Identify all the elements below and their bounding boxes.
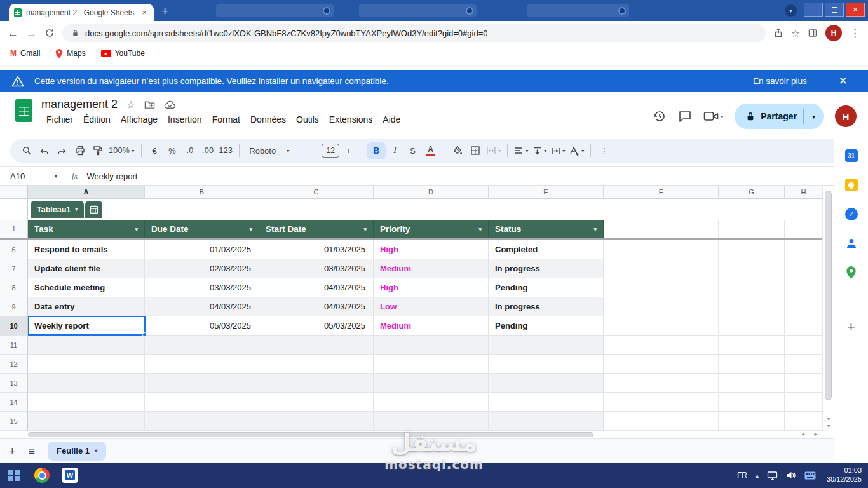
cell[interactable] [719,336,785,355]
scroll-left-icon[interactable]: ◂ [801,431,804,437]
cell[interactable] [374,393,489,412]
more-toolbar-icon[interactable]: ⋮ [595,142,613,159]
bookmark-star-icon[interactable]: ☆ [791,27,800,39]
currency-format-button[interactable]: € [146,142,163,159]
cell[interactable] [374,374,489,393]
cell[interactable] [604,412,719,431]
increase-font-size-button[interactable]: + [340,142,357,159]
cell-task[interactable]: Update client file [28,259,145,278]
start-button[interactable] [0,463,28,488]
cell[interactable] [145,355,259,374]
bookmark-youtube[interactable]: ▸ YouTube [101,49,145,58]
header-cell-status[interactable]: Status▾ [489,220,604,238]
side-panel-icon[interactable] [808,28,818,38]
cell[interactable] [259,374,374,393]
table-options-icon[interactable] [85,201,102,218]
cell[interactable] [374,412,489,431]
tab-close-icon[interactable]: × [140,8,149,17]
maps-icon[interactable] [844,266,858,280]
row-number-7[interactable]: 7 [0,259,28,278]
fill-color-icon[interactable] [449,142,466,159]
header-cell-priority[interactable]: Priority▾ [374,220,489,238]
row-number-15[interactable]: 15 [0,412,28,431]
cell[interactable] [489,355,604,374]
menu-fichier[interactable]: Fichier [41,113,78,126]
search-menus-icon[interactable] [18,142,35,159]
cell[interactable] [785,278,822,297]
cell[interactable] [719,240,785,259]
cell-due-date[interactable]: 05/03/2025 [145,316,259,336]
formula-input[interactable]: Weekly report [86,172,137,181]
cell[interactable] [604,278,719,297]
menu-donnees[interactable]: Données [245,113,291,126]
cell[interactable] [259,393,374,412]
paint-format-icon[interactable] [89,142,106,159]
cell[interactable] [719,278,785,297]
horizontal-scrollbar[interactable]: ◂ ▸ [0,431,834,438]
forward-icon[interactable]: → [26,28,37,39]
cell[interactable] [604,259,719,278]
cell[interactable] [719,297,785,316]
cell-status[interactable]: Pending [489,278,604,297]
bookmark-maps[interactable]: Maps [55,49,85,58]
volume-icon[interactable] [786,471,796,480]
cell-priority[interactable]: High [374,240,489,259]
minimize-button[interactable]: – [804,3,823,17]
menu-edition[interactable]: Édition [78,113,116,126]
vertical-scrollbar-thumb[interactable] [825,191,832,400]
cell-priority[interactable]: Medium [374,316,489,336]
cell-priority[interactable]: Low [374,297,489,316]
cell[interactable] [489,336,604,355]
cell[interactable] [259,336,374,355]
scroll-down-icon[interactable]: ▾ [823,423,834,429]
scroll-down-icon[interactable]: ▾ [823,416,834,422]
horizontal-scrollbar-thumb[interactable] [28,432,593,437]
column-header-g[interactable]: G [719,186,785,198]
banner-learn-more-link[interactable]: En savoir plus [753,76,807,86]
filter-chevron-icon[interactable]: ▾ [249,226,252,233]
header-cell-start-date[interactable]: Start Date▾ [259,220,374,238]
browser-profile-avatar[interactable]: H [825,25,842,41]
filter-chevron-icon[interactable]: ▾ [478,226,482,233]
cell[interactable] [374,355,489,374]
row-number-11[interactable]: 11 [0,336,28,355]
cell[interactable] [785,220,822,238]
vertical-align-icon[interactable]: ▾ [531,142,548,159]
select-all-corner[interactable] [0,186,28,198]
filter-chevron-icon[interactable]: ▾ [363,226,367,233]
cell[interactable] [719,355,785,374]
cell[interactable] [489,393,604,412]
cell[interactable] [28,374,145,393]
cell-start-date[interactable]: 04/03/2025 [259,278,374,297]
cell[interactable] [785,316,822,336]
version-history-icon[interactable] [653,109,667,123]
cell[interactable] [28,412,145,431]
keep-icon[interactable] [844,178,858,192]
share-dropdown-icon[interactable]: ▾ [804,113,824,120]
cell[interactable] [28,355,145,374]
cell-task[interactable]: Data entry [28,297,145,316]
menu-extensions[interactable]: Extensions [324,113,377,126]
header-cell-task[interactable]: Task▾ [28,220,145,238]
account-avatar[interactable]: H [835,105,857,127]
cell[interactable] [785,297,822,316]
row-number-12[interactable]: 12 [0,355,28,374]
row-number-8[interactable]: 8 [0,278,28,297]
get-addons-icon[interactable]: + [847,319,855,336]
scroll-right-icon[interactable]: ▸ [814,431,817,437]
cell[interactable] [785,240,822,259]
sheet-menu-icon[interactable]: ▾ [95,448,97,454]
clock[interactable]: 01:03 30/12/2025 [827,466,862,484]
cell-priority[interactable]: High [374,278,489,297]
cell[interactable] [259,355,374,374]
cell[interactable] [604,374,719,393]
cell[interactable] [719,374,785,393]
cell[interactable] [719,259,785,278]
column-header-a[interactable]: A [28,186,145,198]
table-name-chip[interactable]: Tableau1▾ [31,201,84,218]
row-number-1[interactable]: 1 [0,220,28,238]
taskbar-chrome-icon[interactable] [28,463,56,488]
print-icon[interactable] [71,142,88,159]
horizontal-align-icon[interactable]: ▾ [512,142,530,159]
row-number-10[interactable]: 10 [0,316,28,336]
